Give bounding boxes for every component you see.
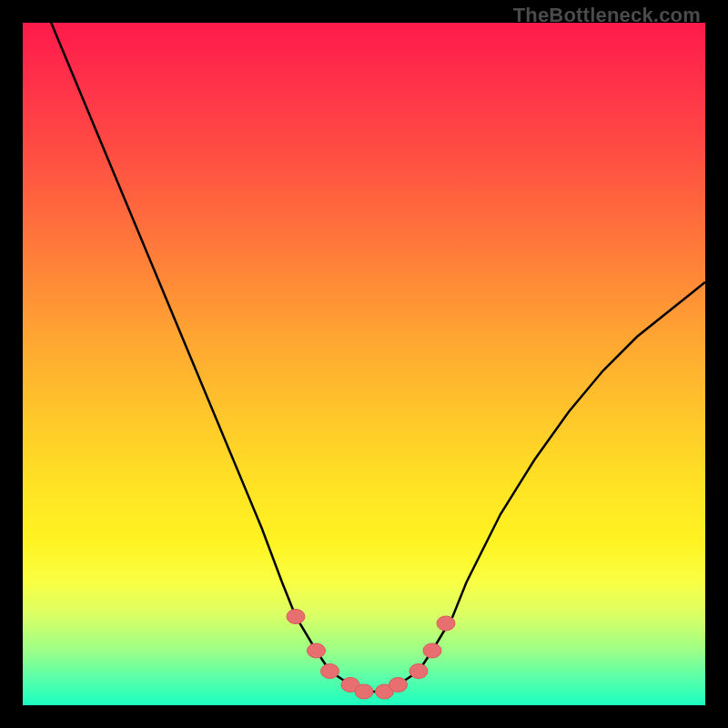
highlight-dot [308, 643, 326, 658]
highlight-dot [437, 616, 455, 631]
plot-area [23, 23, 705, 705]
highlight-dot [389, 678, 408, 693]
highlight-dot [423, 643, 441, 658]
curve-svg [23, 23, 705, 705]
highlight-dot [321, 664, 339, 679]
highlight-dots [287, 610, 455, 700]
highlight-dot [410, 664, 428, 679]
highlight-dot [287, 610, 305, 624]
highlight-dot [355, 684, 373, 699]
bottleneck-curve [23, 23, 705, 692]
chart-frame: TheBottleneck.com [0, 0, 728, 728]
